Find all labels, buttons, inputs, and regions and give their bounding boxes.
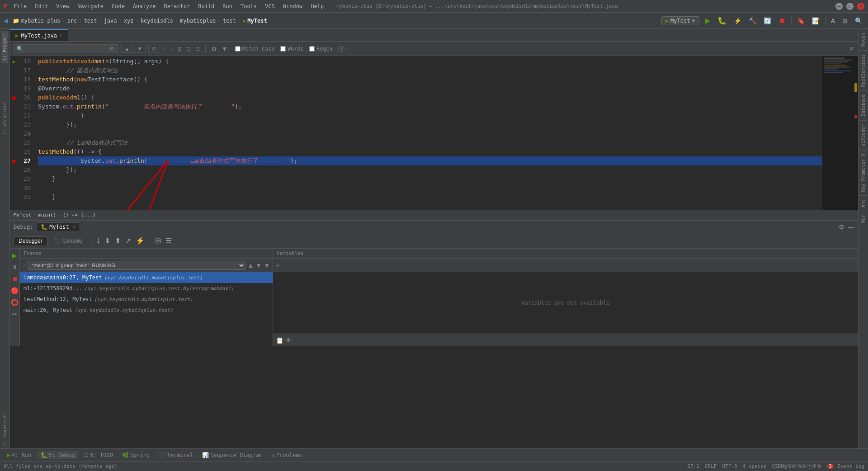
sidebar-tab-favorites[interactable]: 2: Favorites <box>1 410 8 448</box>
debug-session-tab[interactable]: 🐛 MyTest × <box>37 222 80 231</box>
regex-option[interactable]: Regex <box>309 46 333 52</box>
menu-view[interactable]: View <box>52 2 73 10</box>
bc-lambda[interactable]: () -> {...} <box>63 212 96 218</box>
frames-down-button[interactable]: ▼ <box>255 262 262 269</box>
breadcrumb-xyz[interactable]: xyz <box>124 18 134 24</box>
bottom-tab-todo[interactable]: ☰ 6: TODO <box>80 451 117 459</box>
right-panel-wor[interactable]: Wor <box>859 211 867 226</box>
words-option[interactable]: Words <box>280 46 304 52</box>
translate-button[interactable]: A <box>829 16 837 25</box>
match-case-checkbox[interactable] <box>235 46 241 52</box>
find-col-btn2[interactable]: ⊟ <box>194 46 201 52</box>
words-checkbox[interactable] <box>280 46 286 52</box>
bc-mytest[interactable]: MyTest <box>14 212 32 218</box>
menu-build[interactable]: Build <box>194 2 218 10</box>
debug-pause-button[interactable]: ⏸ <box>11 262 19 272</box>
stop-button[interactable]: ⏹ <box>777 16 788 26</box>
code-editor[interactable]: ▶ ● ● <box>10 56 858 210</box>
bottom-tab-seq-diagram[interactable]: 📊 Sequence Diagram <box>198 451 266 459</box>
match-case-option[interactable]: Match Case <box>235 46 275 52</box>
run-with-coverage-button[interactable]: ⚡ <box>732 16 743 25</box>
search-everywhere-button[interactable]: 🔍 <box>853 16 864 25</box>
debug-view-breakpoints-button[interactable]: ⭕ <box>10 297 19 307</box>
sidebar-tab-structure[interactable]: Z: Structure <box>1 99 8 137</box>
right-panel-keypromoterx[interactable]: Key Promoter X <box>859 150 867 195</box>
menu-code[interactable]: Code <box>108 2 128 10</box>
find-refresh-button[interactable]: ↺ <box>148 45 159 53</box>
debug-resume-button[interactable]: ▶ <box>11 250 18 260</box>
right-panel-maven[interactable]: Maven <box>859 29 867 50</box>
encoding[interactable]: UTF-8 <box>722 463 737 469</box>
debug-settings-icon[interactable]: ✏ <box>11 309 19 319</box>
menu-vcs[interactable]: VCS <box>261 2 278 10</box>
menu-edit[interactable]: Edit <box>31 2 52 10</box>
find-prev-button[interactable]: ▲ <box>121 45 133 53</box>
show-execution-point-button[interactable]: ⊞ <box>154 236 162 246</box>
bc-main[interactable]: main() <box>38 212 56 218</box>
vars-copy-button[interactable]: 📋 <box>276 337 283 344</box>
frames-filter-button[interactable]: ▼ <box>264 262 270 269</box>
debug-minimize-button[interactable]: — <box>848 223 854 231</box>
sync-button[interactable]: 🔄 <box>762 16 773 25</box>
layout-button[interactable]: ⊞ <box>840 16 849 25</box>
find-up-button[interactable]: ↑ <box>162 46 166 52</box>
run-to-cursor-button[interactable]: ↗ <box>124 236 132 246</box>
breadcrumb-keydoisdls[interactable]: keydoisdls <box>141 18 173 24</box>
menu-navigate[interactable]: Navigate <box>74 2 107 10</box>
bottom-tab-run[interactable]: ▶ 4: Run <box>4 451 35 459</box>
cursor-position[interactable]: 27:1 <box>688 463 700 469</box>
menu-tools[interactable]: Tools <box>237 2 260 10</box>
event-log[interactable]: 3 Event Log <box>827 463 864 469</box>
reset-frames-button[interactable]: ☰ <box>164 236 173 246</box>
menu-help[interactable]: Help <box>307 2 327 10</box>
find-expand-button[interactable]: ⊞ <box>176 46 183 52</box>
close-debug-session[interactable]: × <box>73 224 76 230</box>
vars-watch-button[interactable]: 👁 <box>285 337 292 344</box>
sidebar-tab-project[interactable]: 1: Project <box>1 31 8 63</box>
menu-window[interactable]: Window <box>279 2 306 10</box>
find-next-button[interactable]: ▼ <box>134 45 146 53</box>
step-over-button[interactable]: ⤵ <box>95 236 101 246</box>
debug-settings-button[interactable]: ⚙ <box>839 223 844 231</box>
menu-run[interactable]: Run <box>219 2 236 10</box>
close-button[interactable]: × <box>857 3 864 10</box>
breadcrumb-java[interactable]: java <box>104 18 117 24</box>
maximize-button[interactable]: □ <box>846 3 854 10</box>
bottom-tab-debug[interactable]: 🐛 5: Debug <box>37 451 79 459</box>
find-settings-button[interactable]: ⚙ <box>210 45 218 52</box>
debug-stop-button[interactable]: ⏹ <box>11 274 19 284</box>
right-panel-ant[interactable]: Ant <box>859 195 867 211</box>
breadcrumb-test[interactable]: test <box>84 18 97 24</box>
run-config-selector[interactable]: ▶ MyTest ▼ <box>661 16 699 25</box>
minimize-button[interactable]: — <box>835 3 843 10</box>
frames-up-button[interactable]: ▲ <box>247 262 254 269</box>
find-filter-button[interactable]: ⚙ <box>108 46 115 52</box>
code-content[interactable]: public static void main(String[] args) {… <box>34 56 822 210</box>
frame-item-1[interactable]: m1:-1213758929d... (xyz.keydoisdls.mybat… <box>20 283 273 294</box>
thread-selector[interactable]: *main*@1 in group "main": RUNNING <box>28 261 245 270</box>
menu-analyze[interactable]: Analyze <box>129 2 160 10</box>
menu-file[interactable]: File <box>10 2 30 10</box>
evaluate-button[interactable]: ⚡ <box>134 236 146 246</box>
build-button[interactable]: 🔨 <box>747 16 758 25</box>
indent-settings[interactable]: 4 spaces <box>743 463 767 469</box>
find-col-btn1[interactable]: ⊡ <box>185 46 192 52</box>
find-down-button[interactable]: ↓ <box>169 46 174 52</box>
menu-refactor[interactable]: Refactor <box>160 2 193 10</box>
breadcrumb-test2[interactable]: test <box>223 18 236 24</box>
vars-add-button[interactable]: + <box>276 261 280 269</box>
bottom-tab-problems[interactable]: ⚠ Problems <box>268 451 306 459</box>
step-out-button[interactable]: ⬆ <box>113 236 122 246</box>
vcs-button[interactable]: 📝 <box>810 16 821 25</box>
find-input[interactable] <box>25 46 107 52</box>
right-panel-aixcoder[interactable]: aiXcoder <box>859 120 867 150</box>
debug-mute-button[interactable]: 🔴 <box>10 286 19 296</box>
frame-item-0[interactable]: lambda$main$0:27, MyTest (xyz.keydoisdls… <box>20 272 273 283</box>
close-tab-button[interactable]: × <box>60 33 62 38</box>
bookmark-button[interactable]: 🔖 <box>795 16 807 25</box>
debugger-tab-button[interactable]: Debugger <box>14 236 47 245</box>
console-tab-button[interactable]: ⬛ Console <box>49 236 87 245</box>
right-panel-restservices[interactable]: RestServices <box>859 50 867 90</box>
vcs-branch[interactable]: CSDN@爷给你买七里香 <box>772 463 822 470</box>
debug-button[interactable]: 🐛 <box>716 15 728 26</box>
